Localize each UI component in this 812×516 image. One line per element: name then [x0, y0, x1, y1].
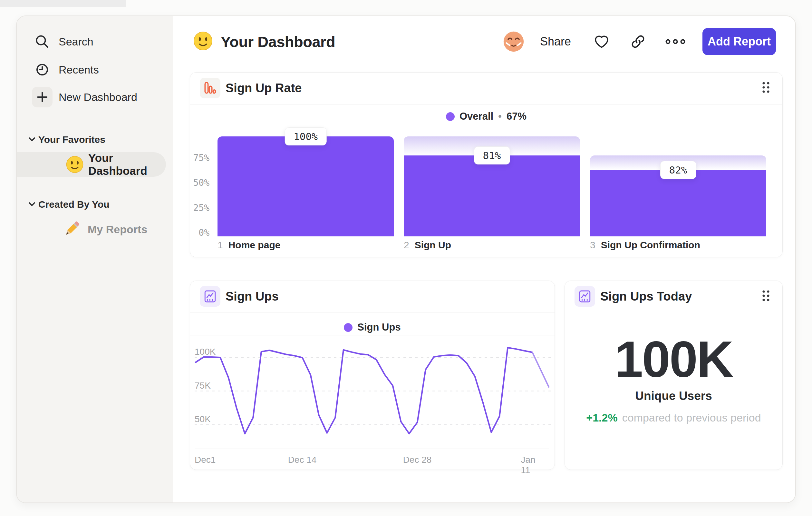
value-label: 81% [474, 146, 510, 164]
card-header: Sign Ups Today [565, 281, 782, 313]
sidebar-item-new-dashboard[interactable]: New Dashboard [17, 86, 173, 108]
drag-handle-icon[interactable] [760, 288, 772, 305]
legend-separator: • [498, 111, 502, 122]
divider [190, 313, 555, 313]
line-chart-plot[interactable]: 100K 75K 50K Dec1 Dec 14 Dec 28 Jan 11 [190, 335, 555, 470]
funnel-bar-home-page[interactable]: 100% [218, 136, 394, 236]
sidebar-item-label: Search [59, 35, 93, 48]
funnel-step-label: 2 Sign Up [404, 240, 580, 251]
card-header: Sign Ups [190, 281, 555, 313]
funnel-bar-sign-up-confirmation[interactable]: 82% [590, 136, 766, 236]
section-header-label: Created By You [38, 199, 110, 210]
x-tick-label: Dec1 [195, 455, 215, 465]
card-title: Sign Ups Today [600, 290, 692, 303]
stat-delta: +1.2% [586, 411, 617, 424]
card-header: Sign Up Rate [190, 73, 782, 104]
app-panel: Search Recents New Dashboard Your Favori… [16, 16, 796, 503]
funnel-legend: Overall • 67% [190, 109, 782, 124]
divider [190, 104, 782, 105]
legend-label: Sign Ups [357, 322, 401, 333]
sign-ups-today-card: Sign Ups Today 100K Unique Users +1.2%co… [564, 280, 783, 470]
funnel-bar-sign-up[interactable]: 81% [404, 136, 580, 236]
stat-delta-row: +1.2%compared to previous period [565, 411, 782, 424]
line-chart-icon [575, 286, 595, 307]
y-tick-label: 25% [193, 202, 209, 213]
more-options-icon[interactable] [665, 38, 686, 45]
sidebar-item-label: New Dashboard [59, 91, 137, 104]
window-artifact [0, 0, 126, 7]
legend-dot-icon [344, 323, 352, 332]
funnel-step-label: 1 Home page [218, 240, 394, 251]
favorite-heart-icon[interactable] [593, 33, 610, 50]
dashboard-emoji [192, 30, 214, 53]
legend-value: 67% [506, 111, 526, 122]
legend-dot-icon [446, 112, 455, 121]
card-title: Sign Up Rate [226, 81, 301, 95]
copy-link-icon[interactable] [630, 34, 646, 49]
bar-chart-icon [200, 78, 221, 98]
value-label: 100% [285, 127, 327, 145]
y-tick-label: 75K [195, 381, 211, 391]
header-actions: Share Add Report [503, 28, 776, 55]
pencil-emoji [64, 220, 83, 239]
sidebar-item-label: My Reports [88, 223, 147, 236]
sign-ups-card: Sign Ups Sign Ups 100K 75K 50K Dec1 Dec … [190, 280, 555, 470]
y-tick-label: 50% [193, 178, 209, 188]
sidebar-item-your-dashboard[interactable]: Your Dashboard [17, 152, 166, 177]
x-tick-label: Dec 14 [288, 455, 317, 465]
page-title: Your Dashboard [192, 30, 335, 53]
share-button[interactable]: Share [540, 35, 571, 48]
y-tick-label: 0% [199, 227, 209, 238]
sidebar-item-search[interactable]: Search [17, 30, 173, 53]
add-report-button[interactable]: Add Report [702, 28, 776, 55]
funnel-bar-fill [590, 170, 766, 236]
step-number: 2 [404, 240, 409, 251]
section-created-by-you[interactable]: Created By You [17, 195, 173, 214]
sidebar-item-label: Your Dashboard [88, 152, 166, 178]
funnel-x-axis: 1 Home page 2 Sign Up 3 Sign Up Confirma… [218, 240, 766, 254]
x-tick-label: Dec 28 [403, 455, 432, 465]
line-legend: Sign Ups [190, 320, 555, 335]
avatar[interactable] [503, 31, 525, 53]
sidebar: Search Recents New Dashboard Your Favori… [17, 16, 173, 503]
y-tick-label: 100K [195, 347, 215, 357]
sign-up-rate-card: Sign Up Rate Overall • 67% 75% 50% 25% 0… [190, 72, 783, 257]
legend-label: Overall [460, 111, 493, 122]
funnel-bar-fill [404, 156, 580, 236]
page-title-text: Your Dashboard [221, 33, 335, 51]
search-icon [32, 31, 53, 52]
step-number: 3 [590, 240, 596, 251]
y-tick-label: 75% [193, 153, 209, 163]
sidebar-item-recents[interactable]: Recents [17, 58, 173, 81]
y-tick-label: 50K [195, 414, 211, 425]
clock-icon [32, 59, 53, 80]
section-your-favorites[interactable]: Your Favorites [17, 131, 173, 149]
stat-value: 100K [565, 330, 782, 388]
line-chart-svg [190, 335, 555, 470]
section-header-label: Your Favorites [38, 134, 105, 145]
chevron-down-icon [28, 202, 35, 207]
sidebar-item-label: Recents [59, 63, 99, 76]
funnel-step-label: 3 Sign Up Confirmation [590, 240, 766, 251]
stat-delta-note: compared to previous period [622, 411, 761, 424]
step-category: Home page [228, 240, 281, 251]
x-tick-label: Jan 11 [521, 455, 544, 476]
step-number: 1 [218, 240, 223, 251]
smiley-emoji [65, 155, 84, 174]
funnel-y-axis: 75% 50% 25% 0% [195, 136, 209, 236]
line-chart-icon [200, 286, 221, 307]
chevron-down-icon [28, 137, 35, 142]
sidebar-item-my-reports[interactable]: My Reports [17, 218, 173, 241]
step-category: Sign Up [415, 240, 451, 251]
value-label: 82% [660, 161, 696, 179]
drag-handle-icon[interactable] [760, 80, 772, 97]
funnel-plot: 100% 81% 82% [218, 136, 766, 236]
card-title: Sign Ups [226, 290, 279, 303]
stat-label: Unique Users [565, 389, 782, 403]
funnel-bar-fill [218, 136, 394, 236]
step-category: Sign Up Confirmation [601, 240, 700, 251]
plus-icon [32, 87, 53, 107]
